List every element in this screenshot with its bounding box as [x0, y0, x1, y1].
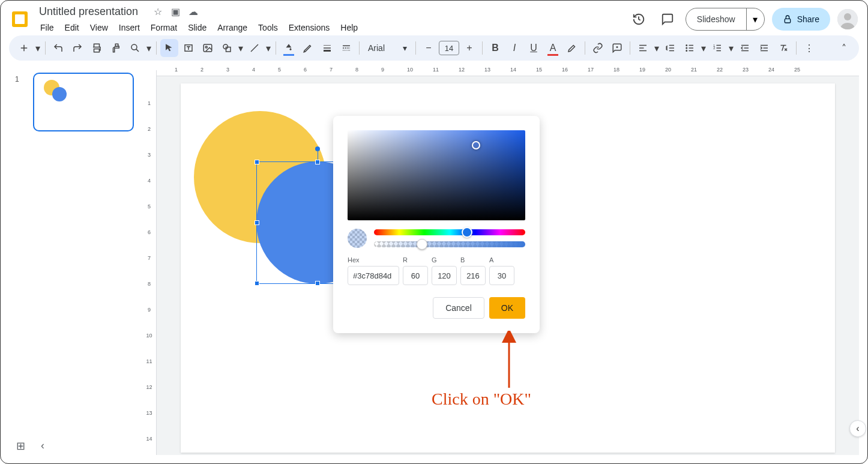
menu-slide[interactable]: Slide: [183, 20, 211, 35]
g-input[interactable]: 120: [432, 266, 457, 285]
grid-view-icon[interactable]: ⊞: [16, 439, 25, 453]
line-spacing-button[interactable]: [662, 39, 680, 57]
insert-link-button[interactable]: [589, 39, 607, 57]
align-dropdown[interactable]: ▾: [653, 43, 660, 54]
zoom-button[interactable]: [126, 39, 144, 57]
italic-button[interactable]: I: [505, 39, 523, 57]
menu-arrange[interactable]: Arrange: [212, 20, 252, 35]
account-avatar[interactable]: [837, 9, 858, 29]
bulleted-list-button[interactable]: [681, 39, 699, 57]
menu-file[interactable]: File: [35, 20, 59, 35]
vertical-ruler: 1234567891011121314: [142, 70, 157, 455]
move-icon[interactable]: ▣: [171, 7, 180, 17]
undo-button[interactable]: [49, 39, 67, 57]
slideshow-button-group: Slideshow ▾: [686, 8, 765, 31]
increase-indent-button[interactable]: [755, 39, 773, 57]
ok-button[interactable]: OK: [489, 297, 525, 319]
cancel-button[interactable]: Cancel: [433, 297, 484, 319]
print-button[interactable]: [88, 39, 106, 57]
align-button[interactable]: [634, 39, 652, 57]
alpha-slider[interactable]: [374, 241, 525, 247]
menu-view[interactable]: View: [85, 20, 113, 35]
clear-formatting-button[interactable]: [774, 39, 792, 57]
svg-point-6: [131, 44, 137, 50]
text-color-button[interactable]: A: [544, 39, 562, 57]
new-slide-button[interactable]: [15, 39, 33, 57]
decrease-indent-button[interactable]: [736, 39, 754, 57]
numbered-list-button[interactable]: 12: [708, 39, 726, 57]
slides-panel: 1 ⊞ ‹: [9, 65, 135, 455]
history-icon[interactable]: [628, 8, 649, 30]
decrease-font-size[interactable]: −: [420, 39, 438, 57]
slide-thumbnail[interactable]: [33, 73, 134, 131]
annotation-text: Click on "OK": [432, 390, 531, 408]
resize-handle[interactable]: [255, 220, 259, 225]
slideshow-dropdown[interactable]: ▾: [746, 8, 764, 30]
color-picker-dialog: Hex #3c78d84d R 60 G 120 B 216: [333, 116, 540, 333]
slideshow-button[interactable]: Slideshow: [686, 8, 746, 30]
color-preview-swatch: [348, 229, 367, 248]
slides-logo[interactable]: [8, 7, 32, 31]
document-title[interactable]: Untitled presentation: [35, 4, 142, 19]
star-icon[interactable]: ☆: [154, 7, 162, 17]
numbered-list-dropdown[interactable]: ▾: [728, 43, 735, 54]
font-family-select[interactable]: Arial▾: [363, 43, 412, 53]
menu-format[interactable]: Format: [146, 20, 182, 35]
menu-help[interactable]: Help: [336, 20, 363, 35]
resize-handle[interactable]: [255, 281, 259, 286]
hex-input[interactable]: #3c78d84d: [348, 266, 399, 285]
hex-label: Hex: [348, 256, 399, 264]
resize-handle[interactable]: [315, 160, 320, 164]
paint-format-button[interactable]: [107, 39, 125, 57]
menu-tools[interactable]: Tools: [253, 20, 283, 35]
redo-button[interactable]: [68, 39, 86, 57]
border-dash-button[interactable]: [337, 39, 355, 57]
font-size-input[interactable]: 14: [439, 41, 459, 55]
highlight-color-button[interactable]: [563, 39, 581, 57]
menu-bar: File Edit View Insert Format Slide Arran…: [35, 20, 363, 35]
cloud-status-icon[interactable]: ☁: [188, 7, 198, 17]
rotate-handle[interactable]: [315, 146, 320, 151]
image-tool[interactable]: [199, 39, 217, 57]
underline-button[interactable]: U: [525, 39, 543, 57]
collapse-toolbar-button[interactable]: ˄: [835, 39, 853, 57]
collapse-panel-icon[interactable]: ‹: [41, 439, 44, 453]
alpha-slider-thumb[interactable]: [417, 239, 427, 250]
color-cursor[interactable]: [472, 141, 480, 149]
a-input[interactable]: 30: [489, 266, 514, 285]
hue-slider-thumb[interactable]: [462, 227, 472, 238]
shape-dropdown[interactable]: ▾: [237, 43, 244, 54]
svg-line-7: [136, 49, 139, 52]
bold-button[interactable]: B: [486, 39, 504, 57]
explore-floater-icon[interactable]: ‹: [849, 420, 866, 437]
b-input[interactable]: 216: [460, 266, 486, 285]
comments-icon[interactable]: [657, 8, 678, 30]
new-slide-dropdown[interactable]: ▾: [34, 43, 41, 54]
svg-line-15: [251, 44, 258, 52]
share-label: Share: [797, 14, 819, 24]
slide-canvas[interactable]: Hex #3c78d84d R 60 G 120 B 216: [181, 83, 835, 453]
shape-tool[interactable]: [218, 39, 236, 57]
resize-handle[interactable]: [255, 160, 259, 164]
zoom-dropdown[interactable]: ▾: [145, 43, 152, 54]
share-button[interactable]: Share: [772, 8, 830, 31]
insert-comment-button[interactable]: [608, 39, 626, 57]
svg-point-32: [686, 47, 687, 49]
menu-insert[interactable]: Insert: [114, 20, 145, 35]
increase-font-size[interactable]: +: [460, 39, 478, 57]
more-button[interactable]: ⋮: [800, 39, 818, 57]
menu-edit[interactable]: Edit: [60, 20, 84, 35]
textbox-tool[interactable]: [179, 39, 197, 57]
menu-extensions[interactable]: Extensions: [284, 20, 334, 35]
resize-handle[interactable]: [315, 281, 320, 286]
border-weight-button[interactable]: [318, 39, 336, 57]
line-tool[interactable]: [246, 39, 264, 57]
bulleted-list-dropdown[interactable]: ▾: [700, 43, 707, 54]
saturation-brightness-field[interactable]: [348, 130, 525, 220]
fill-color-button[interactable]: [280, 39, 298, 57]
line-dropdown[interactable]: ▾: [265, 43, 272, 54]
hue-slider[interactable]: [374, 229, 525, 235]
border-color-button[interactable]: [299, 39, 317, 57]
select-tool[interactable]: [160, 39, 178, 57]
r-input[interactable]: 60: [403, 266, 428, 285]
